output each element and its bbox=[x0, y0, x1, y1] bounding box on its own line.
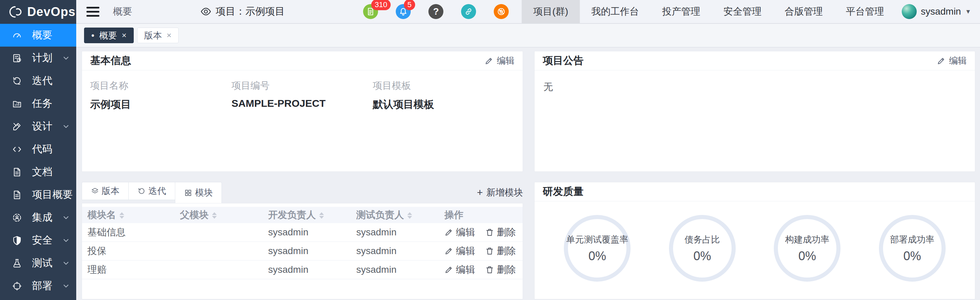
quality-title: 研发质量 bbox=[543, 185, 584, 198]
chevron-down-icon bbox=[62, 122, 70, 131]
menu-toggle-icon[interactable] bbox=[86, 7, 99, 17]
sidebar-item-integration[interactable]: 集成 bbox=[0, 206, 76, 229]
tab-iterations[interactable]: 迭代 bbox=[128, 182, 175, 200]
sidebar-item-plan[interactable]: 计划 bbox=[0, 47, 76, 69]
cell-test-owner: sysadmin bbox=[351, 242, 439, 260]
chevron-down-icon bbox=[62, 237, 70, 244]
add-module-button[interactable]: + 新增模块 bbox=[477, 186, 523, 198]
sidebar-item-deploy[interactable]: 部署 bbox=[0, 275, 76, 297]
nav-projects[interactable]: 项目(群) bbox=[522, 0, 580, 24]
iteration-icon bbox=[137, 187, 146, 195]
top-navigation: 项目(群) 我的工作台 投产管理 安全管理 合版管理 平台管理 bbox=[522, 0, 896, 24]
edit-module-button[interactable]: 编辑 bbox=[444, 263, 475, 276]
sidebar-item-code[interactable]: 代码 bbox=[0, 138, 76, 160]
field-project-template: 项目模板 默认项目模板 bbox=[373, 79, 514, 111]
sidebar-item-test[interactable]: 测试 bbox=[0, 252, 76, 275]
sort-icon[interactable] bbox=[319, 212, 324, 219]
edit-module-button[interactable]: 编辑 bbox=[444, 226, 475, 239]
project-selector[interactable]: 项目：示例项目 bbox=[200, 5, 285, 18]
edit-announcement-button[interactable]: 编辑 bbox=[937, 55, 967, 67]
sidebar-item-design[interactable]: 设计 bbox=[0, 115, 76, 138]
sidebar-item-label: 集成 bbox=[32, 211, 62, 224]
page-tab-bar: ● 概要 × 版本 × bbox=[76, 24, 980, 48]
delete-module-button[interactable]: 删除 bbox=[485, 263, 516, 276]
nav-platform-mgmt[interactable]: 平台管理 bbox=[834, 0, 896, 24]
delete-module-button[interactable]: 删除 bbox=[485, 226, 516, 239]
col-header-parent-module[interactable]: 父模块 bbox=[175, 207, 263, 223]
pencil-icon bbox=[444, 228, 453, 237]
sidebar-item-project-overview[interactable]: 项目概要 bbox=[0, 183, 76, 206]
sidebar-item-iteration[interactable]: 迭代 bbox=[0, 69, 76, 92]
page-tab-overview[interactable]: ● 概要 × bbox=[84, 27, 134, 43]
edit-basic-info-button[interactable]: 编辑 bbox=[485, 55, 514, 67]
gauge-value: 0% bbox=[798, 249, 816, 263]
sidebar-item-label: 测试 bbox=[32, 256, 62, 270]
cell-test-owner: sysadmin bbox=[351, 260, 439, 279]
col-header-test-owner[interactable]: 测试负责人 bbox=[351, 207, 439, 223]
close-tab-icon[interactable]: × bbox=[122, 31, 127, 40]
col-header-module-name[interactable]: 模块名 bbox=[82, 207, 175, 223]
caret-down-icon: ▼ bbox=[965, 8, 971, 15]
project-label: 项目：示例项目 bbox=[216, 5, 285, 18]
link-icon bbox=[464, 7, 473, 16]
cell-module-name: 理赔 bbox=[82, 260, 175, 279]
sort-icon[interactable] bbox=[407, 212, 412, 219]
sort-icon[interactable] bbox=[212, 212, 217, 219]
tab-versions[interactable]: 版本 bbox=[82, 182, 128, 200]
app-logo[interactable]: DevOps bbox=[0, 0, 76, 24]
iteration-icon bbox=[11, 76, 22, 86]
table-row: 投保 sysadmin sysadmin 编辑 删除 bbox=[82, 242, 523, 260]
help-icon-button[interactable]: ? bbox=[428, 4, 443, 19]
nav-version-merge-mgmt[interactable]: 合版管理 bbox=[773, 0, 834, 24]
cell-parent-module bbox=[175, 223, 263, 242]
target-icon bbox=[11, 281, 22, 292]
gauge-value: 0% bbox=[588, 249, 606, 263]
nav-workbench[interactable]: 我的工作台 bbox=[580, 0, 651, 24]
col-header-dev-owner[interactable]: 开发负责人 bbox=[263, 207, 351, 223]
nav-production[interactable]: 投产管理 bbox=[651, 0, 712, 24]
pencil-icon bbox=[444, 265, 453, 274]
notifications-icon-button[interactable]: 5 bbox=[396, 4, 411, 19]
page-tab-version[interactable]: 版本 × bbox=[137, 27, 179, 43]
question-mark-icon: ? bbox=[433, 6, 439, 17]
tab-modules[interactable]: 模块 bbox=[175, 182, 222, 203]
link-icon-button[interactable] bbox=[461, 4, 476, 19]
delete-module-button[interactable]: 删除 bbox=[485, 244, 516, 257]
cell-parent-module bbox=[175, 260, 263, 279]
plus-icon: + bbox=[477, 187, 483, 198]
grid-icon bbox=[184, 189, 192, 197]
devops-logo-icon bbox=[9, 5, 22, 19]
sidebar-item-docs[interactable]: 文档 bbox=[0, 160, 76, 183]
field-label: 项目名称 bbox=[90, 79, 231, 92]
page-tab-label: 概要 bbox=[99, 30, 117, 41]
no-bug-icon-button[interactable] bbox=[494, 4, 509, 19]
sidebar-item-label: 代码 bbox=[32, 142, 70, 156]
breadcrumb: 概要 bbox=[113, 5, 132, 18]
modules-table: 模块名 父模块 开发负责人 测试负责人 操作 基础信息 sys bbox=[82, 207, 523, 279]
chevron-down-icon bbox=[62, 282, 70, 290]
nav-security-mgmt[interactable]: 安全管理 bbox=[712, 0, 773, 24]
sidebar: DevOps 概要 计划 迭代 任务 设计 bbox=[0, 0, 76, 300]
user-menu[interactable]: sysadmin ▼ bbox=[896, 4, 980, 19]
pencil-icon bbox=[444, 247, 453, 256]
quality-panel: 研发质量 单元测试覆盖率 0% 债务占比 0% 构建成功率 0% bbox=[534, 182, 975, 299]
report-icon-button[interactable]: 310 bbox=[363, 4, 378, 19]
sort-icon[interactable] bbox=[119, 212, 124, 219]
cell-module-name: 投保 bbox=[82, 242, 175, 260]
cell-module-name: 基础信息 bbox=[82, 223, 175, 242]
edit-module-button[interactable]: 编辑 bbox=[444, 244, 475, 257]
field-value: SAMPLE-PROJECT bbox=[231, 98, 372, 109]
close-tab-icon[interactable]: × bbox=[167, 31, 172, 40]
shield-icon bbox=[11, 235, 22, 246]
gauge-label: 单元测试覆盖率 bbox=[566, 234, 628, 246]
basic-info-title: 基本信息 bbox=[90, 54, 131, 68]
sidebar-item-label: 任务 bbox=[32, 97, 70, 111]
gauge-deploy-success-rate: 部署成功率 0% bbox=[879, 215, 946, 282]
sidebar-item-security[interactable]: 安全 bbox=[0, 229, 76, 252]
field-label: 项目模板 bbox=[373, 79, 514, 92]
page-tab-label: 版本 bbox=[144, 30, 162, 41]
sidebar-item-overview[interactable]: 概要 bbox=[0, 24, 76, 47]
task-folder-chart-icon bbox=[11, 98, 22, 109]
sidebar-item-task[interactable]: 任务 bbox=[0, 92, 76, 115]
notifications-count-badge: 5 bbox=[404, 0, 415, 10]
